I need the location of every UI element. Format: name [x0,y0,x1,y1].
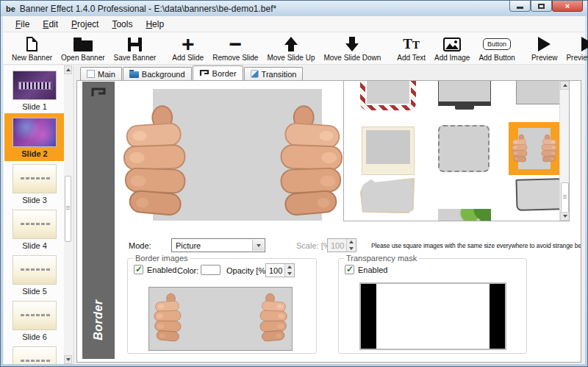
spinner-arrows-icon[interactable] [346,239,356,252]
scroll-down-button[interactable] [64,355,72,364]
slide-item-4[interactable]: Slide 4 [12,207,57,252]
border-tab-content: Border [76,80,581,363]
arrow-down-icon [345,37,359,51]
mini-right-hand [539,134,557,165]
tab-background[interactable]: Background [123,67,192,80]
move-slide-down-button[interactable]: Move Slide Down [319,34,385,64]
app-icon: be [6,4,15,13]
maximize-button[interactable] [531,1,552,12]
add-image-button[interactable]: Add Image [430,34,474,64]
menu-edit[interactable]: Edit [36,18,65,31]
opacity-spinner[interactable]: 100 [265,263,295,277]
slide-list-scrollbar[interactable] [64,65,72,364]
slide-item-2-selected[interactable]: Slide 2 [4,113,65,161]
opacity-value: 100 [269,266,282,275]
slide-item-1[interactable]: Slide 1 [12,68,57,113]
work-area: Slide 1 Slide 2 Slide 3 Slide 4 [3,65,585,364]
client-area: File Edit Project Tools Help New Banner … [3,16,585,364]
menu-tools[interactable]: Tools [105,18,139,31]
scroll-up-button[interactable] [64,65,72,74]
scale-value: 100 [331,241,344,250]
slide-item-6[interactable]: Slide 6 [12,298,57,343]
text-icon: TT [403,36,420,52]
scrollbar-thumb[interactable] [65,176,71,242]
slide-6-thumbnail[interactable] [12,301,57,330]
menu-bar: File Edit Project Tools Help [3,16,585,32]
open-banner-button[interactable]: Open Banner [57,34,110,64]
move-slide-down-label: Move Slide Down [323,54,381,62]
border-style-dashed[interactable] [438,125,490,172]
tab-transition[interactable]: Transition [244,67,304,80]
tab-main[interactable]: Main [80,67,122,80]
add-slide-button[interactable]: + Add Slide [168,34,208,64]
new-banner-button[interactable]: New Banner [7,34,57,64]
border-style-hands-selected[interactable] [509,122,560,175]
window-title: Banner Effect 1.4.0 Professional - E:\da… [20,4,276,14]
border-style-torn-paper[interactable] [360,178,415,213]
triangle-down-icon [66,358,71,361]
border-images-group: Border images Enabled Color: Opacity [%]… [127,258,317,354]
border-strip-icon [90,87,107,99]
border-style-striped[interactable] [360,80,416,110]
transition-tab-icon [251,70,259,78]
toolbar: New Banner Open Banner Save Banner + Add… [3,32,585,65]
menu-help[interactable]: Help [139,18,171,31]
dropdown-arrow-icon [252,240,264,251]
mini-left-hand [512,134,529,165]
title-bar[interactable]: be Banner Effect 1.4.0 Professional - E:… [1,1,587,16]
grid-scrollbar-thumb[interactable] [561,182,569,213]
border-style-plain[interactable] [516,80,562,104]
spinner-arrows-icon[interactable] [284,264,294,277]
slide-item-7[interactable]: Slide 7 [12,343,57,364]
slide-1-thumbnail[interactable] [12,71,57,100]
border-images-title: Border images [133,254,190,263]
border-style-tv[interactable] [438,80,491,106]
remove-slide-button[interactable]: − Remove Slide [208,34,262,64]
square-images-note: Please use square images with the same s… [371,242,581,249]
grid-scroll-down[interactable] [560,212,570,221]
slide-5-thumbnail[interactable] [12,255,57,285]
menu-file[interactable]: File [9,18,36,31]
preview-button[interactable]: Preview [527,34,562,64]
open-banner-label: Open Banner [61,54,105,62]
add-text-button[interactable]: TT Add Text [392,34,430,64]
slide-item-3[interactable]: Slide 3 [12,161,57,207]
move-slide-up-button[interactable]: Move Slide Up [262,34,319,64]
new-banner-label: New Banner [12,54,52,62]
color-swatch-button[interactable] [201,265,220,275]
save-banner-label: Save Banner [114,54,157,62]
main-tab-icon [87,70,95,78]
slide-5-label: Slide 5 [22,287,47,296]
slide-4-thumbnail[interactable] [12,210,57,239]
opacity-label: Opacity [%] [226,266,268,275]
remove-slide-label: Remove Slide [212,54,258,62]
transparency-mask-enabled-checkbox[interactable] [345,265,354,274]
slide-7-thumbnail[interactable] [12,346,57,364]
slide-2-thumbnail[interactable] [12,118,57,147]
save-banner-button[interactable]: Save Banner [110,34,161,64]
mode-dropdown[interactable]: Picture [171,238,265,252]
close-button[interactable]: × [552,1,583,12]
save-floppy-icon [128,38,142,51]
scale-spinner[interactable]: 100 [327,238,356,252]
add-button-button[interactable]: Button Add Button [474,34,519,64]
mode-value: Picture [176,241,201,250]
menu-project[interactable]: Project [65,18,105,31]
slide-3-thumbnail[interactable] [12,164,57,193]
slide-item-5[interactable]: Slide 5 [12,252,57,298]
border-strip-label: Border [92,299,105,340]
grid-scrollbar[interactable] [559,81,569,221]
triangle-up-icon [563,84,567,87]
border-images-enabled-checkbox[interactable] [134,265,143,274]
border-style-sketch[interactable] [515,178,563,211]
slide-2-label: Slide 2 [21,149,47,158]
play-slide-icon: ● [581,37,588,51]
border-style-leaves[interactable] [438,209,491,221]
tab-border[interactable]: Border [193,65,243,80]
minimize-button[interactable] [509,1,531,12]
border-image-thumbnail [148,287,293,351]
grid-scroll-up[interactable] [560,81,570,90]
border-style-polaroid[interactable] [362,127,415,175]
preview-slide-button[interactable]: ● Preview slide [562,34,588,64]
minus-icon: − [229,36,243,52]
